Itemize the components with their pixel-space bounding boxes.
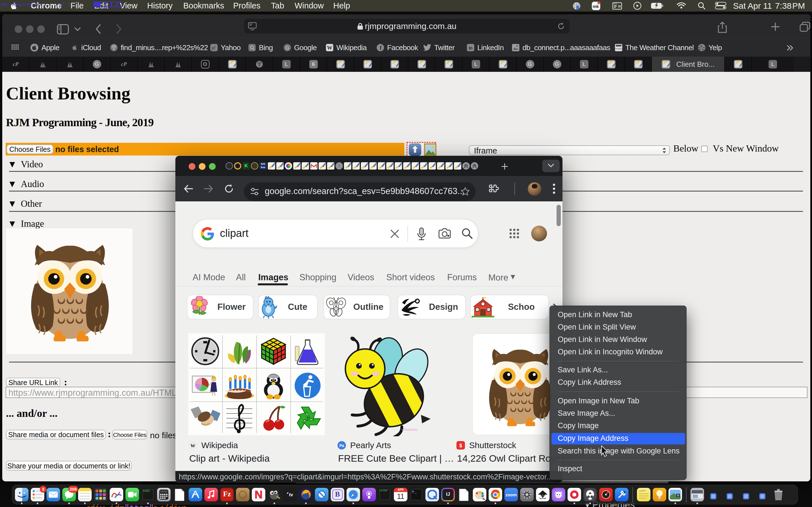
svg-text:W: W bbox=[327, 45, 333, 51]
svg-text:G: G bbox=[285, 45, 289, 51]
svg-text:f: f bbox=[380, 45, 382, 51]
svg-text:mk: mk bbox=[593, 4, 599, 9]
svg-text:in: in bbox=[469, 46, 472, 50]
svg-text:tv: tv bbox=[289, 492, 293, 497]
svg-text:Pa: Pa bbox=[339, 443, 344, 448]
svg-text:The Weather: The Weather bbox=[615, 48, 622, 50]
svg-text:⌘: ⌘ bbox=[618, 4, 621, 8]
svg-text:W: W bbox=[191, 443, 195, 448]
svg-text:$: $ bbox=[459, 443, 462, 448]
svg-text:y!: y! bbox=[211, 45, 216, 50]
